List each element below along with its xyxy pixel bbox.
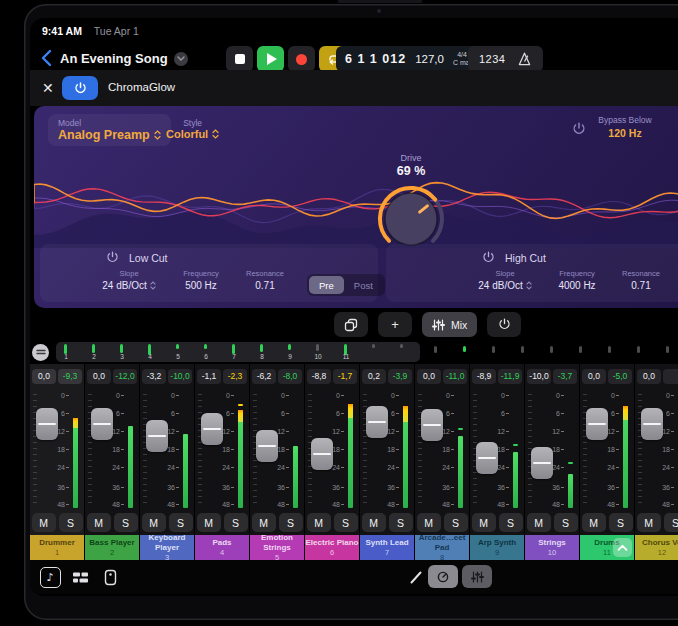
fader-handle[interactable] (311, 438, 333, 470)
master-output-icon[interactable] (32, 344, 49, 361)
track-name-label[interactable]: Strings10 (525, 535, 579, 560)
tracks-view-button[interactable] (68, 565, 92, 589)
fader-handle[interactable] (256, 430, 278, 462)
browser-button[interactable]: ♪ (38, 565, 62, 589)
bypass-below-control[interactable]: Bypass Below 120 Hz (592, 115, 658, 139)
fader-handle[interactable] (36, 408, 58, 440)
back-button[interactable] (40, 49, 54, 67)
solo-button[interactable]: S (279, 513, 303, 532)
volume-value[interactable]: -6,2 (252, 369, 276, 384)
solo-button[interactable]: S (224, 513, 248, 532)
solo-button[interactable]: S (444, 513, 468, 532)
play-surface-button[interactable] (98, 565, 122, 589)
volume-value[interactable]: 0,0 (417, 369, 441, 384)
track-name-label[interactable]: Drums11 (580, 535, 634, 560)
track-name-label[interactable]: Pads4 (195, 535, 249, 560)
mute-button[interactable]: M (582, 513, 606, 532)
mute-button[interactable]: M (472, 513, 496, 532)
volume-value[interactable]: -1,1 (197, 369, 221, 384)
peak-value[interactable]: -8,0 (278, 369, 302, 384)
high-cut-resonance[interactable]: Resonance 0.71 (616, 269, 666, 291)
low-cut-power-button[interactable] (106, 251, 119, 264)
peak-value[interactable]: -9,3 (58, 369, 82, 384)
level-control[interactable]: Level 0.0 (664, 115, 678, 139)
fader-handle[interactable] (641, 408, 663, 440)
mute-button[interactable]: M (252, 513, 276, 532)
fader-area[interactable]: 061218243648 (525, 388, 579, 510)
fader-area[interactable]: 061218243648 (360, 388, 414, 510)
volume-value[interactable]: 0,0 (32, 369, 56, 384)
low-cut-resonance[interactable]: Resonance 0.71 (240, 269, 290, 291)
close-plugin-button[interactable]: ✕ (42, 79, 54, 97)
fader-area[interactable]: 061218243648 (195, 388, 249, 510)
volume-value[interactable]: 0,2 (362, 369, 386, 384)
fader-handle[interactable] (366, 406, 388, 438)
metronome-icon[interactable] (517, 52, 532, 66)
solo-button[interactable]: S (554, 513, 578, 532)
controls-view-button[interactable] (428, 565, 458, 588)
fader-handle[interactable] (586, 408, 608, 440)
mute-button[interactable]: M (32, 513, 56, 532)
fader-area[interactable]: 061218243648 (30, 388, 84, 510)
style-selector[interactable]: Style Colorful (166, 118, 219, 140)
mute-button[interactable]: M (87, 513, 111, 532)
peak-value[interactable]: -1,7 (333, 369, 357, 384)
expand-chevron-button[interactable] (613, 538, 632, 557)
play-button[interactable] (257, 46, 284, 72)
mute-button[interactable]: M (307, 513, 331, 532)
fader-handle[interactable] (91, 408, 113, 440)
fader-area[interactable]: 061218243648 (415, 388, 469, 510)
peak-value[interactable]: -2,3 (223, 369, 247, 384)
pre-button[interactable]: Pre (309, 276, 344, 294)
solo-button[interactable]: S (59, 513, 83, 532)
duplicate-button[interactable] (334, 312, 368, 337)
peak-value[interactable]: -12,0 (113, 369, 137, 384)
peak-value[interactable] (663, 369, 678, 384)
solo-button[interactable]: S (169, 513, 193, 532)
mute-button[interactable]: M (527, 513, 551, 532)
bypass-power-button[interactable] (572, 122, 586, 140)
song-title-menu[interactable]: An Evening Song (60, 51, 188, 66)
stop-button[interactable] (226, 46, 253, 72)
mixer-power-button[interactable] (487, 312, 521, 337)
mute-button[interactable]: M (637, 513, 661, 532)
record-button[interactable] (288, 46, 315, 72)
high-cut-frequency[interactable]: Frequency 4000 Hz (551, 269, 603, 291)
volume-value[interactable]: -8,8 (307, 369, 331, 384)
overview-viewport[interactable]: 1234567891011 (56, 342, 420, 362)
fader-area[interactable]: 061218243648 (470, 388, 524, 510)
track-name-label[interactable]: Bass Player2 (85, 535, 139, 560)
mute-button[interactable]: M (417, 513, 441, 532)
track-name-label[interactable]: Synth Lead7 (360, 535, 414, 560)
solo-button[interactable]: S (609, 513, 633, 532)
peak-value[interactable]: -5,0 (608, 369, 632, 384)
track-name-label[interactable]: Keyboard Player3 (140, 535, 194, 560)
track-name-label[interactable]: Emotion Strings5 (250, 535, 304, 560)
low-cut-frequency[interactable]: Frequency 500 Hz (175, 269, 227, 291)
track-name-label[interactable]: Drummer1 (30, 535, 84, 560)
fader-handle[interactable] (531, 447, 553, 479)
volume-value[interactable]: -10,0 (527, 369, 551, 384)
fader-handle[interactable] (201, 413, 223, 445)
high-cut-slope[interactable]: Slope 24 dB/Oct (472, 269, 538, 291)
solo-button[interactable]: S (499, 513, 523, 532)
plugin-power-button[interactable] (62, 76, 98, 100)
solo-button[interactable]: S (334, 513, 358, 532)
peak-value[interactable]: -11,9 (498, 369, 522, 384)
volume-value[interactable]: -3,2 (142, 369, 166, 384)
low-cut-slope[interactable]: Slope 24 dB/Oct (96, 269, 162, 291)
volume-value[interactable]: 0,0 (87, 369, 111, 384)
count-in-button[interactable]: 1234 (479, 53, 505, 65)
fader-handle[interactable] (146, 420, 168, 452)
add-track-button[interactable]: + (378, 312, 412, 337)
volume-value[interactable]: -8,9 (472, 369, 496, 384)
track-name-label[interactable]: Arp Synth9 (470, 535, 524, 560)
volume-value[interactable]: 0,0 (637, 369, 661, 384)
mixer-view-button[interactable] (462, 565, 492, 588)
track-name-label[interactable]: Electric Piano6 (305, 535, 359, 560)
solo-button[interactable]: S (664, 513, 678, 532)
mute-button[interactable]: M (362, 513, 386, 532)
fader-handle[interactable] (421, 409, 443, 441)
peak-value[interactable]: -10,0 (168, 369, 192, 384)
overview-offscreen-tracks[interactable] (420, 342, 678, 362)
